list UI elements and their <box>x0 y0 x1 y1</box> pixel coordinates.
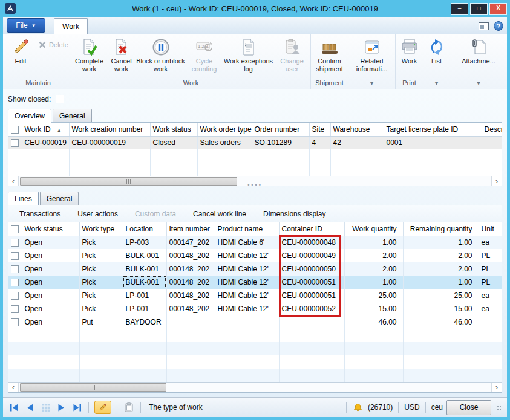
edit-mode-toggle-button[interactable] <box>94 401 111 414</box>
transactions-button[interactable]: Transactions <box>11 210 69 218</box>
cell-site[interactable]: 4 <box>309 136 330 149</box>
row-checkbox[interactable] <box>11 252 19 260</box>
related-dropdown-arrow-icon[interactable]: ▾ <box>348 79 395 89</box>
column-header-remaining-quantity[interactable]: Remaining quantity <box>403 222 479 236</box>
change-user-button: Change user <box>274 36 310 73</box>
cell-creation-number[interactable]: CEU-000000019 <box>69 136 150 149</box>
column-header-target-license-plate[interactable]: Target license plate ID <box>384 123 482 136</box>
lines-row[interactable]: OpenPick LP-001000148_202 HDMI Cable 12'… <box>8 302 502 315</box>
currency-indicator[interactable]: USD <box>404 403 419 412</box>
first-record-button[interactable] <box>8 401 20 413</box>
lines-row[interactable]: OpenPick LP-003000147_202 HDMI Cable 6'C… <box>8 236 502 249</box>
tab-lines[interactable]: Lines <box>8 192 39 205</box>
overview-horizontal-scrollbar[interactable]: ‹ › <box>8 176 502 186</box>
list-dropdown-arrow-icon[interactable]: ▾ <box>423 79 450 89</box>
cell-order-type[interactable]: Sales orders <box>197 136 252 149</box>
scrollbar-thumb[interactable] <box>20 177 237 186</box>
cell-description[interactable] <box>482 136 502 149</box>
notifications-bell-icon[interactable] <box>352 401 364 413</box>
print-work-button[interactable]: Work <box>396 36 423 65</box>
cancel-work-line-button[interactable]: Cancel work line <box>185 210 255 218</box>
column-header-item-number[interactable]: Item number <box>166 222 215 236</box>
column-header-work-id[interactable]: Work ID▲ <box>22 123 69 136</box>
close-window-button[interactable]: X <box>489 3 507 15</box>
scroll-right-arrow[interactable]: › <box>491 176 502 186</box>
lines-row[interactable]: OpenPick BULK-001000148_202 HDMI Cable 1… <box>8 249 502 262</box>
column-header-work-status[interactable]: Work status <box>150 123 197 136</box>
previous-record-button[interactable] <box>24 401 36 413</box>
column-header-location[interactable]: Location <box>123 222 166 236</box>
paste-clipboard-button[interactable] <box>123 401 135 413</box>
related-information-button[interactable]: Related informati... <box>350 36 394 73</box>
column-header-order-number[interactable]: Order number <box>252 123 309 136</box>
show-closed-checkbox[interactable] <box>56 95 64 103</box>
select-all-checkbox[interactable] <box>11 225 19 233</box>
overview-grid: Work ID▲ Work creation number Work statu… <box>8 123 502 176</box>
column-header-unit[interactable]: Unit <box>479 222 502 236</box>
scrollbar-thumb[interactable] <box>20 383 166 392</box>
tab-lines-general[interactable]: General <box>40 192 79 205</box>
column-header-work-order-type[interactable]: Work order type <box>197 123 252 136</box>
row-checkbox[interactable] <box>11 239 19 247</box>
column-header-container-id[interactable]: Container ID <box>279 222 344 236</box>
file-menu-button[interactable]: File ▼ <box>7 18 45 33</box>
user-actions-button[interactable]: User actions <box>69 210 126 218</box>
row-checkbox[interactable] <box>11 265 19 273</box>
tab-overview[interactable]: Overview <box>8 109 51 123</box>
attachments-button[interactable]: Attachme... <box>454 36 503 65</box>
tab-overview-general[interactable]: General <box>53 109 92 122</box>
company-indicator[interactable]: ceu <box>431 403 443 412</box>
block-unblock-button[interactable]: Block or unblock work <box>136 36 186 73</box>
lines-row[interactable]: OpenPut BAYDOOR 46.0046.00 <box>8 315 502 329</box>
edit-button[interactable]: Edit <box>5 36 36 65</box>
column-header-warehouse[interactable]: Warehouse <box>330 123 384 136</box>
lines-horizontal-scrollbar[interactable]: ‹ › <box>8 382 502 392</box>
overview-row[interactable]: CEU-000019 CEU-000000019 Closed Sales or… <box>8 136 502 149</box>
column-header-work-type[interactable]: Work type <box>79 222 123 236</box>
row-checkbox[interactable] <box>11 292 19 300</box>
help-icon[interactable]: ? <box>494 21 503 31</box>
scroll-right-arrow[interactable]: › <box>491 383 502 392</box>
column-header-description[interactable]: Descri <box>482 123 502 136</box>
select-all-checkbox[interactable] <box>11 126 19 134</box>
maximize-button[interactable]: □ <box>470 3 488 15</box>
attachments-dropdown-arrow-icon[interactable]: ▾ <box>450 79 507 89</box>
column-header-site[interactable]: Site <box>309 123 330 136</box>
minimize-button[interactable]: – <box>451 3 468 15</box>
cancel-work-button[interactable]: Cancel work <box>107 36 136 73</box>
cell-work-id[interactable]: CEU-000019 <box>22 136 69 149</box>
confirm-shipment-button[interactable]: Confirm shipment <box>312 36 348 73</box>
column-header-work-status[interactable]: Work status <box>22 222 79 236</box>
lines-row[interactable]: OpenPick BULK-001000148_202 HDMI Cable 1… <box>8 262 502 276</box>
ribbon-tab-work[interactable]: Work <box>54 18 88 34</box>
lines-row[interactable]: OpenPick LP-001000148_202 HDMI Cable 12'… <box>8 289 502 302</box>
cell-target-lp[interactable]: 0001 <box>384 136 482 149</box>
work-exceptions-log-button[interactable]: Work exceptions log <box>223 36 274 73</box>
layout-toggle-icon[interactable] <box>479 22 489 30</box>
focused-cell-location[interactable]: BULK-001 <box>123 276 166 289</box>
scroll-left-arrow[interactable]: ‹ <box>8 383 19 392</box>
column-header-work-creation-number[interactable]: Work creation number <box>69 123 150 136</box>
close-button[interactable]: Close <box>446 400 491 415</box>
list-button[interactable]: List <box>424 36 450 65</box>
pencil-icon <box>11 37 30 57</box>
resize-grip[interactable] <box>495 404 502 411</box>
cell-order-number[interactable]: SO-101289 <box>252 136 309 149</box>
row-checkbox[interactable] <box>11 305 19 313</box>
cell-warehouse[interactable]: 42 <box>330 136 384 149</box>
row-checkbox[interactable] <box>11 318 19 326</box>
cell-work-status[interactable]: Closed <box>150 136 197 149</box>
select-all-checkbox-cell[interactable] <box>8 123 22 136</box>
notification-count[interactable]: (26710) <box>368 403 393 412</box>
lines-row-selected[interactable]: OpenPick BULK-001000148_202 HDMI Cable 1… <box>8 276 502 289</box>
complete-work-button[interactable]: Complete work <box>72 36 107 73</box>
group-label-shipment: Shipment <box>311 79 348 89</box>
scroll-left-arrow[interactable]: ‹ <box>8 176 19 186</box>
row-checkbox[interactable] <box>11 139 19 147</box>
dimensions-display-button[interactable]: Dimensions display <box>255 210 334 218</box>
column-header-product-name[interactable]: Product name <box>215 222 279 236</box>
row-checkbox[interactable] <box>11 279 19 286</box>
next-record-button[interactable] <box>55 401 67 413</box>
last-record-button[interactable] <box>71 401 83 413</box>
column-header-work-quantity[interactable]: Work quantity <box>344 222 403 236</box>
